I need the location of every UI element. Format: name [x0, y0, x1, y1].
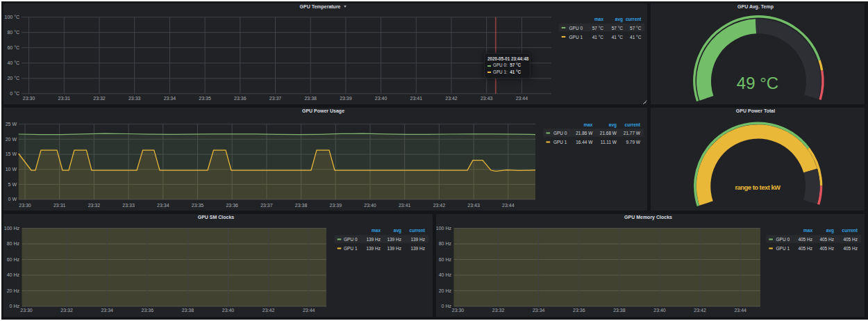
svg-text:current: current — [626, 17, 642, 22]
svg-text:23:44: 23:44 — [734, 308, 746, 313]
svg-text:21.86 W: 21.86 W — [576, 131, 593, 135]
svg-text:23:35: 23:35 — [192, 203, 204, 208]
svg-text:GPU 0: GPU 0 — [569, 26, 583, 31]
svg-text:23:42: 23:42 — [262, 308, 275, 313]
svg-text:41 °C: 41 °C — [630, 35, 642, 40]
svg-text:57 °C: 57 °C — [592, 26, 604, 31]
svg-text:23:42: 23:42 — [445, 96, 458, 101]
svg-text:23:32: 23:32 — [88, 203, 101, 208]
svg-text:139 Hz: 139 Hz — [387, 246, 401, 251]
svg-text:80 Hz: 80 Hz — [7, 241, 20, 246]
svg-text:avg: avg — [826, 228, 834, 233]
svg-text:11.11 W: 11.11 W — [601, 140, 617, 145]
svg-text:23:34: 23:34 — [157, 203, 169, 208]
svg-text:GPU 1: GPU 1 — [553, 140, 567, 145]
svg-text:23:43: 23:43 — [467, 203, 480, 208]
svg-text:57 °C: 57 °C — [612, 26, 624, 31]
svg-text:15 W: 15 W — [6, 151, 17, 156]
svg-text:139 Hz: 139 Hz — [410, 237, 425, 242]
svg-text:23:30: 23:30 — [452, 308, 465, 313]
svg-text:max: max — [583, 122, 592, 127]
svg-text:10 W: 10 W — [6, 167, 17, 172]
svg-text:405 Hz: 405 Hz — [819, 246, 834, 251]
svg-text:139 Hz: 139 Hz — [410, 246, 425, 251]
svg-text:40 Hz: 40 Hz — [439, 272, 452, 277]
svg-text:23:37: 23:37 — [269, 96, 282, 101]
svg-text:23:44: 23:44 — [516, 96, 528, 101]
svg-text:405 Hz: 405 Hz — [798, 246, 812, 251]
svg-text:GPU 1: GPU 1 — [569, 35, 583, 40]
svg-text:23:44: 23:44 — [502, 203, 515, 208]
svg-text:23:38: 23:38 — [304, 96, 317, 101]
svg-text:20 W: 20 W — [6, 137, 17, 142]
svg-text:GPU 1: GPU 1 — [776, 246, 790, 251]
svg-text:139 Hz: 139 Hz — [366, 246, 381, 251]
svg-text:GPU 0: GPU 0 — [776, 237, 790, 242]
svg-text:0 Hz: 0 Hz — [10, 304, 20, 308]
svg-text:405 Hz: 405 Hz — [843, 237, 858, 242]
svg-text:23:43: 23:43 — [481, 96, 493, 101]
svg-text:100 Hz: 100 Hz — [436, 226, 451, 231]
svg-text:80 Hz: 80 Hz — [439, 241, 452, 246]
svg-text:23:38: 23:38 — [613, 308, 626, 313]
svg-text:60 °C: 60 °C — [7, 45, 19, 50]
svg-text:23:38: 23:38 — [182, 308, 194, 313]
svg-text:23:32: 23:32 — [492, 308, 505, 313]
svg-text:23:38: 23:38 — [295, 203, 308, 208]
svg-text:100 °C: 100 °C — [5, 15, 19, 19]
svg-text:139 Hz: 139 Hz — [387, 237, 401, 242]
svg-text:60 Hz: 60 Hz — [439, 257, 452, 262]
svg-text:23:36: 23:36 — [234, 96, 247, 101]
svg-text:23:32: 23:32 — [93, 96, 106, 101]
svg-text:23:39: 23:39 — [340, 96, 352, 101]
svg-text:0 °C: 0 °C — [10, 91, 19, 96]
svg-text:avg: avg — [609, 122, 617, 128]
svg-text:23:42: 23:42 — [433, 203, 446, 208]
svg-text:5 W: 5 W — [8, 182, 17, 187]
svg-text:23:36: 23:36 — [142, 308, 154, 313]
svg-text:23:31: 23:31 — [53, 203, 66, 208]
svg-text:avg: avg — [615, 17, 623, 22]
svg-text:23:35: 23:35 — [199, 96, 211, 101]
svg-text:GPU 0: GPU 0 — [344, 237, 358, 242]
svg-text:23:33: 23:33 — [122, 203, 135, 208]
svg-text:23:41: 23:41 — [399, 203, 411, 208]
svg-text:23:44: 23:44 — [303, 308, 315, 313]
svg-text:23:39: 23:39 — [330, 203, 342, 208]
svg-text:max: max — [594, 17, 603, 22]
svg-text:current: current — [842, 228, 858, 233]
svg-text:40 Hz: 40 Hz — [7, 272, 20, 277]
svg-text:0 Hz: 0 Hz — [442, 304, 452, 308]
svg-text:9.79 W: 9.79 W — [626, 140, 640, 145]
svg-text:23:33: 23:33 — [128, 96, 141, 101]
svg-text:21.77 W: 21.77 W — [624, 131, 641, 135]
svg-text:57 °C: 57 °C — [630, 26, 642, 31]
svg-text:41 °C: 41 °C — [612, 35, 624, 40]
svg-text:41 °C: 41 °C — [592, 35, 604, 40]
svg-text:405 Hz: 405 Hz — [798, 237, 812, 242]
svg-text:20 Hz: 20 Hz — [439, 288, 452, 293]
svg-text:GPU 1: GPU 1 — [344, 246, 358, 251]
svg-text:23:37: 23:37 — [260, 203, 273, 208]
svg-text:23:40: 23:40 — [375, 96, 387, 101]
svg-text:GPU 0: GPU 0 — [553, 131, 567, 135]
svg-text:23:40: 23:40 — [653, 308, 666, 313]
svg-text:20 °C: 20 °C — [7, 76, 19, 81]
svg-text:80 °C: 80 °C — [7, 30, 19, 35]
svg-text:23:30: 23:30 — [20, 308, 33, 313]
svg-text:23:41: 23:41 — [410, 96, 423, 101]
svg-text:23:30: 23:30 — [19, 203, 31, 208]
svg-text:25 W: 25 W — [6, 122, 17, 126]
svg-text:16.44 W: 16.44 W — [576, 140, 593, 145]
svg-text:40 °C: 40 °C — [7, 60, 19, 65]
svg-text:max: max — [372, 228, 381, 233]
svg-text:100 Hz: 100 Hz — [4, 226, 20, 231]
svg-text:23:34: 23:34 — [164, 96, 176, 101]
svg-text:current: current — [410, 228, 426, 233]
svg-text:60 Hz: 60 Hz — [7, 257, 20, 262]
svg-text:405 Hz: 405 Hz — [843, 246, 858, 251]
svg-text:20 Hz: 20 Hz — [7, 288, 20, 293]
svg-text:23:32: 23:32 — [60, 308, 73, 313]
svg-text:23:31: 23:31 — [58, 96, 71, 101]
svg-text:23:30: 23:30 — [23, 96, 35, 101]
